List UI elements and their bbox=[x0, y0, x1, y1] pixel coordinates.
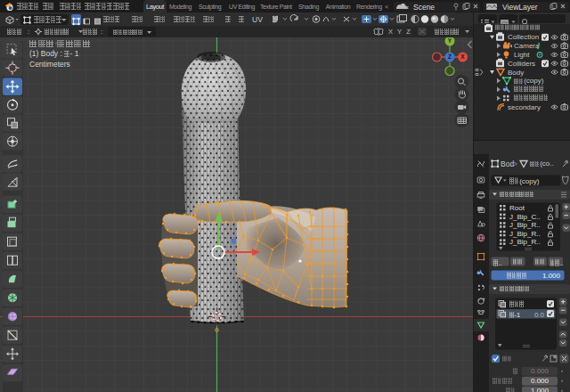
svg-text:1.000: 1.000 bbox=[542, 272, 561, 280]
svg-text:0.000: 0.000 bbox=[531, 367, 550, 375]
svg-text:J_Bip_R..: J_Bip_R.. bbox=[509, 230, 541, 238]
svg-text:0.000: 0.000 bbox=[531, 377, 550, 385]
svg-text:J_Bip_R..: J_Bip_R.. bbox=[509, 221, 541, 229]
svg-text:Colliders: Colliders bbox=[508, 60, 535, 68]
svg-text:Y: Y bbox=[448, 37, 452, 44]
svg-text:1.000: 1.000 bbox=[531, 387, 550, 392]
svg-text:Camera: Camera bbox=[514, 42, 540, 50]
svg-text:Body: Body bbox=[508, 69, 524, 77]
svg-text:Collection: Collection bbox=[508, 34, 539, 42]
svg-text:Root: Root bbox=[509, 204, 525, 212]
svg-text:J_Bip_R..: J_Bip_R.. bbox=[509, 238, 541, 246]
svg-text:X: X bbox=[460, 53, 465, 60]
svg-text:>: > bbox=[513, 159, 517, 168]
svg-text:secondary: secondary bbox=[508, 103, 541, 111]
svg-text:J_Bip_C..: J_Bip_C.. bbox=[509, 213, 541, 221]
svg-text:0.0: 0.0 bbox=[534, 311, 545, 319]
svg-text:Light: Light bbox=[514, 51, 530, 59]
svg-text:Z: Z bbox=[448, 53, 452, 60]
